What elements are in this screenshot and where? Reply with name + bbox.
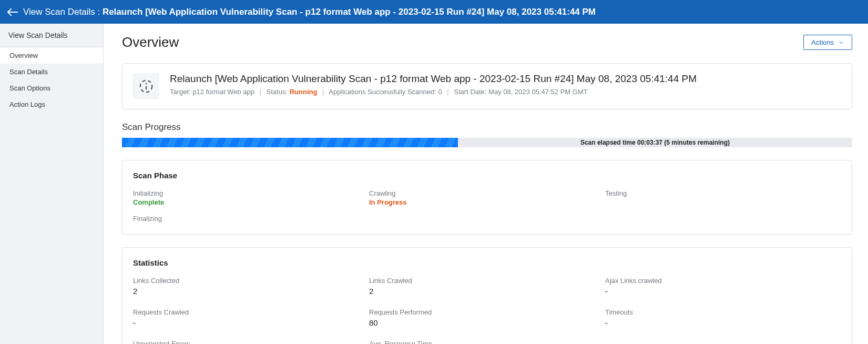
actions-button[interactable]: Actions xyxy=(803,35,852,50)
phase-status: In Progress xyxy=(369,198,605,206)
scan-meta: Target: p12 format Web app | Status: Run… xyxy=(170,88,841,96)
scan-phase-heading: Scan Phase xyxy=(133,171,841,180)
sidebar: View Scan Details Overview Scan Details … xyxy=(0,24,104,344)
stat-timeouts: Timeouts - xyxy=(605,308,841,327)
progress-row: Scan elapsed time 00:03:37 (5 minutes re… xyxy=(122,138,852,147)
target-label: Target: xyxy=(170,88,191,96)
scan-progress-title: Scan Progress xyxy=(122,122,852,133)
phase-crawling: Crawling In Progress xyxy=(369,189,605,206)
stat-label: Unexpected Errors xyxy=(133,340,369,344)
header-title: View Scan Details : Relaunch [Web Applic… xyxy=(23,7,596,17)
start-value: May 08, 2023 05:47:52 PM GMT xyxy=(488,88,588,96)
stat-label: Requests Performed xyxy=(369,308,605,316)
stat-label: Avg. Response Time xyxy=(369,340,605,344)
scan-icon xyxy=(133,73,159,99)
stat-value: - xyxy=(133,318,369,327)
phase-label: Initializing xyxy=(133,189,369,197)
phase-status: Complete xyxy=(133,198,369,206)
header-scan-name: Relaunch [Web Application Vulnerability … xyxy=(103,7,596,17)
target-value: p12 format Web app xyxy=(192,88,254,96)
stat-value: - xyxy=(605,287,841,296)
sidebar-item-action-logs[interactable]: Action Logs xyxy=(0,96,103,113)
stat-label: Ajax Links crawled xyxy=(605,277,841,285)
stat-value: 80 xyxy=(369,318,605,327)
phase-label: Crawling xyxy=(369,189,605,197)
sidebar-title: View Scan Details xyxy=(0,24,103,47)
phase-finalizing: Finalizing xyxy=(133,215,369,224)
separator: | xyxy=(260,88,261,96)
phase-label: Finalizing xyxy=(133,215,369,222)
apps-label: Applications Successfully Scanned: xyxy=(329,88,436,96)
stat-ajax-links-crawled: Ajax Links crawled - xyxy=(605,277,841,296)
stat-requests-crawled: Requests Crawled - xyxy=(133,308,369,327)
stat-links-collected: Links Collected 2 xyxy=(133,277,369,296)
stat-value: - xyxy=(605,318,841,327)
progress-text: Scan elapsed time 00:03:37 (5 minutes re… xyxy=(458,138,852,147)
stat-links-crawled: Links Crawled 2 xyxy=(369,277,605,296)
phase-testing: Testing xyxy=(605,189,841,206)
statistics-panel: Statistics Links Collected 2 Links Crawl… xyxy=(122,247,852,344)
page-title: Overview xyxy=(122,34,179,50)
stat-label: Requests Crawled xyxy=(133,308,369,316)
scan-summary-card: Relaunch [Web Application Vulnerability … xyxy=(122,63,852,109)
phase-initializing: Initializing Complete xyxy=(133,189,369,206)
start-label: Start Date: xyxy=(454,88,486,96)
sidebar-item-overview[interactable]: Overview xyxy=(0,47,103,64)
statistics-heading: Statistics xyxy=(133,258,841,267)
stat-value: 2 xyxy=(133,287,369,296)
sidebar-item-scan-options[interactable]: Scan Options xyxy=(0,80,103,96)
actions-button-label: Actions xyxy=(811,38,834,46)
apps-value: 0 xyxy=(438,88,442,96)
stat-requests-performed: Requests Performed 80 xyxy=(369,308,605,327)
stat-avg-response-time: Avg. Response Time 0.30 Seconds xyxy=(369,340,605,344)
back-arrow-icon[interactable] xyxy=(5,5,20,19)
phase-label: Testing xyxy=(605,189,841,197)
chevron-down-icon xyxy=(838,39,844,46)
status-label: Status: xyxy=(267,88,288,96)
app-header: View Scan Details : Relaunch [Web Applic… xyxy=(0,0,868,24)
stat-label: Links Collected xyxy=(133,277,369,285)
stat-unexpected-errors: Unexpected Errors - xyxy=(133,340,369,344)
separator: | xyxy=(322,88,324,96)
stat-label: Links Crawled xyxy=(369,277,605,285)
header-prefix: View Scan Details : xyxy=(23,7,100,17)
separator: | xyxy=(447,88,448,96)
stat-value: 2 xyxy=(369,287,605,296)
main-content: Overview Actions Relaunch [Web Applicati… xyxy=(104,24,868,344)
svg-point-3 xyxy=(146,83,147,85)
stat-label: Timeouts xyxy=(605,308,841,316)
progress-bar xyxy=(122,138,458,147)
scan-phase-panel: Scan Phase Initializing Complete Crawlin… xyxy=(122,160,852,235)
status-value: Running xyxy=(290,88,318,96)
page-head: Overview Actions xyxy=(122,34,852,50)
scan-title: Relaunch [Web Application Vulnerability … xyxy=(170,73,841,85)
sidebar-item-scan-details[interactable]: Scan Details xyxy=(0,64,103,80)
